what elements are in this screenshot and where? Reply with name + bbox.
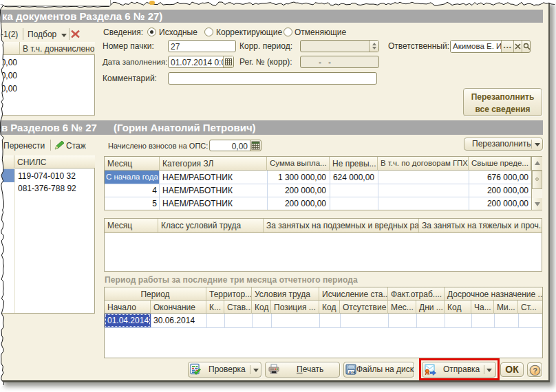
svg-text:?: ? — [533, 366, 537, 374]
svg-text:док: док — [349, 370, 356, 374]
